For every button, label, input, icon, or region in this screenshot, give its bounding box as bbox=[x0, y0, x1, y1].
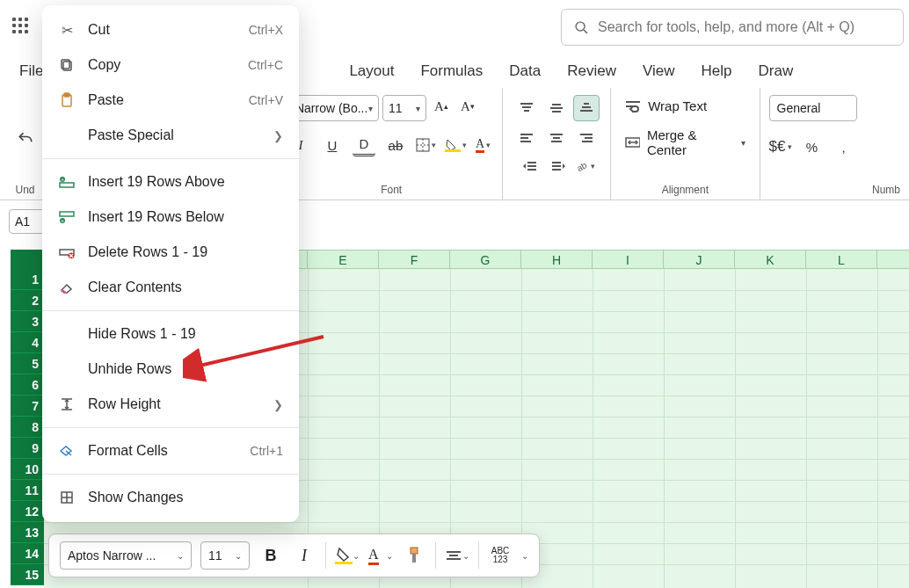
col-hdr[interactable]: E bbox=[308, 250, 379, 268]
tab-layout[interactable]: Layout bbox=[349, 62, 394, 80]
row-hdr[interactable]: 4 bbox=[11, 332, 44, 353]
ctx-delete-rows[interactable]: Delete Rows 1 - 19 bbox=[42, 235, 299, 270]
ctx-row-height[interactable]: Row Height ❯ bbox=[42, 387, 299, 422]
mini-font-select[interactable]: Aptos Narrow ... ⌄ bbox=[60, 541, 192, 570]
double-underline-button[interactable]: D bbox=[353, 134, 375, 156]
col-hdr[interactable]: K bbox=[735, 250, 806, 268]
row-hdr[interactable]: 6 bbox=[11, 374, 44, 396]
font-name-select[interactable]: Narrow (Bo... ▾ bbox=[289, 95, 379, 121]
decrease-font-button[interactable]: A▾ bbox=[456, 95, 479, 118]
ctx-show-changes[interactable]: Show Changes bbox=[42, 480, 299, 515]
align-left-button[interactable] bbox=[513, 125, 540, 151]
col-hdr[interactable]: I bbox=[593, 250, 664, 268]
align-top-button[interactable] bbox=[513, 95, 540, 121]
tab-review[interactable]: Review bbox=[567, 62, 616, 80]
underline-button[interactable]: U bbox=[321, 134, 344, 156]
merge-icon bbox=[625, 135, 640, 149]
svg-rect-27 bbox=[552, 162, 561, 163]
comma-button[interactable]: , bbox=[833, 135, 855, 158]
col-hdr[interactable]: F bbox=[379, 250, 450, 268]
row-hdr[interactable]: 11 bbox=[11, 480, 44, 501]
mini-align-button[interactable]: ⌄ bbox=[445, 543, 469, 568]
mini-size-select[interactable]: 11 ⌄ bbox=[200, 541, 250, 570]
copy-icon bbox=[58, 56, 76, 74]
ctx-format-cells[interactable]: Format Cells Ctrl+1 bbox=[42, 433, 299, 468]
col-hdr[interactable]: G bbox=[450, 250, 521, 268]
strikethrough-button[interactable]: ab bbox=[384, 134, 407, 156]
row-hdr[interactable]: 13 bbox=[11, 522, 44, 543]
font-color-button[interactable]: A ▾ bbox=[476, 138, 491, 153]
ctx-copy[interactable]: Copy Ctrl+C bbox=[42, 47, 299, 83]
row-hdr[interactable]: 1 bbox=[11, 269, 44, 290]
row-hdr[interactable]: 8 bbox=[11, 417, 44, 438]
currency-button[interactable]: $€▾ bbox=[769, 135, 792, 158]
svg-rect-19 bbox=[553, 137, 560, 139]
align-right-button[interactable] bbox=[573, 125, 600, 151]
ctx-unhide-rows[interactable]: Unhide Rows bbox=[42, 352, 299, 387]
format-cells-icon bbox=[58, 442, 76, 460]
number-format-select[interactable]: General bbox=[769, 95, 857, 121]
group-label-alignment: Alignment bbox=[620, 184, 750, 196]
increase-indent-button[interactable] bbox=[547, 155, 570, 178]
align-middle-button[interactable] bbox=[543, 95, 570, 121]
mini-fill-color-button[interactable]: ⌄ bbox=[335, 543, 360, 568]
wrap-text-button[interactable]: Wrap Text bbox=[620, 95, 712, 117]
increase-font-button[interactable]: A▴ bbox=[430, 95, 453, 118]
col-hdr[interactable]: L bbox=[806, 250, 877, 268]
svg-rect-16 bbox=[520, 137, 528, 139]
merge-center-button[interactable]: Merge & Center ▾ bbox=[620, 124, 750, 161]
percent-button[interactable]: % bbox=[801, 135, 824, 158]
tab-help[interactable]: Help bbox=[702, 62, 732, 80]
ctx-insert-above[interactable]: + Insert 19 Rows Above bbox=[42, 164, 299, 200]
ctx-insert-below[interactable]: + Insert 19 Rows Below bbox=[42, 200, 299, 235]
insert-above-icon: + bbox=[58, 173, 76, 191]
decrease-indent-button[interactable] bbox=[519, 155, 542, 178]
row-hdr[interactable]: 3 bbox=[11, 311, 44, 332]
col-hdr[interactable]: H bbox=[521, 250, 593, 268]
cut-icon: ✂ bbox=[58, 21, 76, 39]
align-bottom-button[interactable] bbox=[573, 95, 600, 121]
border-button[interactable]: ▾ bbox=[416, 138, 436, 152]
row-hdr[interactable]: 12 bbox=[11, 501, 44, 522]
row-hdr[interactable]: 10 bbox=[11, 459, 44, 480]
svg-rect-14 bbox=[580, 110, 593, 112]
paste-icon bbox=[58, 91, 76, 109]
row-hdr[interactable]: 15 bbox=[11, 564, 44, 585]
group-label-number: Numb bbox=[769, 184, 900, 196]
tab-data[interactable]: Data bbox=[509, 62, 541, 80]
font-size-select[interactable]: 11 ▾ bbox=[382, 95, 426, 121]
ctx-paste[interactable]: Paste Ctrl+V bbox=[42, 83, 299, 118]
tab-draw[interactable]: Draw bbox=[759, 62, 794, 80]
ctx-clear-contents[interactable]: Clear Contents bbox=[42, 270, 299, 305]
svg-rect-17 bbox=[520, 141, 531, 142]
ribbon-group-undo: Und bbox=[0, 88, 44, 200]
select-all-corner[interactable] bbox=[11, 250, 44, 269]
row-hdr[interactable]: 14 bbox=[11, 543, 44, 564]
row-hdr[interactable]: 2 bbox=[11, 290, 44, 311]
undo-button[interactable] bbox=[14, 127, 37, 150]
app-launcher-icon[interactable] bbox=[12, 18, 33, 39]
search-input[interactable] bbox=[598, 19, 891, 35]
mini-bold-button[interactable]: B bbox=[258, 543, 283, 568]
svg-rect-15 bbox=[520, 134, 533, 135]
ctx-hide-rows[interactable]: Hide Rows 1 - 19 bbox=[42, 316, 299, 352]
orientation-button[interactable]: ab▾ bbox=[575, 155, 595, 178]
row-hdr[interactable]: 7 bbox=[11, 396, 44, 417]
fill-color-button[interactable]: ▾ bbox=[445, 138, 467, 152]
row-hdr[interactable]: 9 bbox=[11, 438, 44, 459]
ctx-paste-special[interactable]: Paste Special ❯ bbox=[42, 118, 299, 153]
row-hdr[interactable]: 5 bbox=[11, 353, 44, 374]
separator bbox=[42, 427, 299, 428]
chevron-down-icon: ▾ bbox=[368, 104, 373, 113]
tab-view[interactable]: View bbox=[643, 62, 675, 80]
col-hdr[interactable]: J bbox=[664, 250, 735, 268]
mini-font-color-button[interactable]: A ⌄ bbox=[368, 543, 393, 568]
ctx-cut[interactable]: ✂ Cut Ctrl+X bbox=[42, 12, 299, 47]
tab-formulas[interactable]: Formulas bbox=[420, 62, 483, 80]
tab-file[interactable]: File bbox=[19, 62, 43, 80]
align-center-button[interactable] bbox=[543, 125, 570, 151]
mini-number-format-button[interactable]: ABC 123 bbox=[488, 543, 513, 568]
search-box[interactable] bbox=[561, 9, 904, 46]
mini-italic-button[interactable]: I bbox=[292, 543, 316, 568]
mini-format-painter-button[interactable] bbox=[402, 543, 426, 568]
